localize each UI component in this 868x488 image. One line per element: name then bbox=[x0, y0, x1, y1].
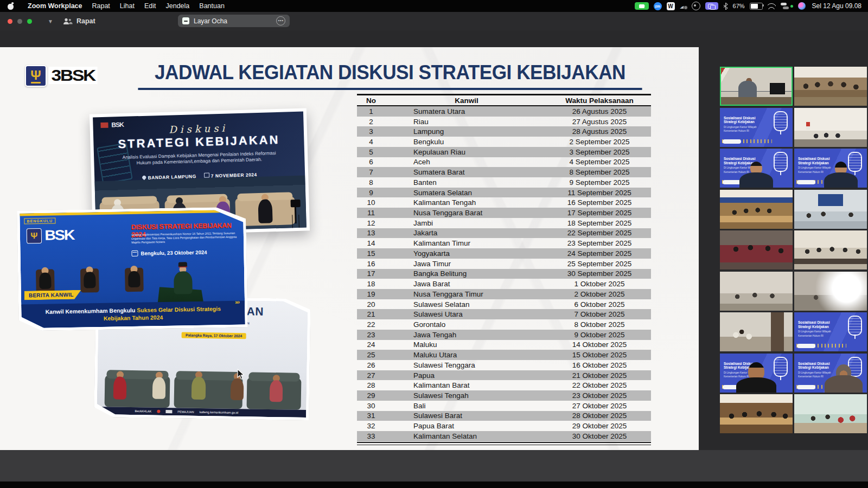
bottom-gray-band bbox=[0, 450, 868, 481]
schedule-row: 4Bengkulu2 September 2025 bbox=[357, 137, 651, 147]
ellipsis-icon[interactable]: ••• bbox=[276, 16, 285, 25]
photo1-body-text: Analisis Evaluasi Dampak Kebijakan Menge… bbox=[115, 150, 284, 167]
wifi-icon[interactable] bbox=[768, 3, 776, 9]
participant-figure bbox=[736, 362, 776, 393]
participant-video-poster-2[interactable]: Sosialisasi DiskusiStrategi KebijakanDi … bbox=[794, 312, 867, 351]
photo3-panel-scene bbox=[97, 342, 308, 410]
table-body: 1Sumatera Utara26 Agustus 20252Riau27 Ag… bbox=[357, 106, 651, 441]
battery-percent: 67% bbox=[733, 3, 745, 9]
participant-video-babel-office[interactable] bbox=[794, 190, 867, 229]
schedule-row: 1Sumatera Utara26 Agustus 2025 bbox=[357, 106, 651, 117]
participant-video-woman[interactable]: Sosialisasi DiskusiStrategi KebijakanDi … bbox=[720, 354, 793, 393]
participant-video-small-office[interactable] bbox=[720, 312, 793, 351]
schedule-row: 9Sumatera Selatan11 September 2025 bbox=[357, 188, 651, 198]
participant-video-green-room[interactable] bbox=[794, 394, 867, 433]
schedule-row: 30Bali27 Oktober 2025 bbox=[357, 401, 651, 411]
schedule-row: 28Kalimantan Barat22 Oktober 2025 bbox=[357, 380, 651, 390]
participant-video-meeting-room[interactable] bbox=[794, 67, 867, 106]
schedule-row: 20Sulawesi Selatan6 Oktober 2025 bbox=[357, 299, 651, 310]
menu-bantuan[interactable]: Bantuan bbox=[194, 2, 229, 10]
menu-rapat[interactable]: Rapat bbox=[87, 2, 114, 10]
shared-screen-slide: Ψ 3BSK JADWAL KEGIATAN DISKUSI STRATEGI … bbox=[0, 47, 699, 450]
cloud-off-icon[interactable]: ☁ bbox=[680, 3, 687, 10]
menu-lihat[interactable]: Lihat bbox=[115, 2, 139, 10]
chevron-down-icon[interactable]: ▼ bbox=[48, 18, 53, 24]
schedule-row: 24Maluku14 Oktober 2025 bbox=[357, 340, 651, 350]
participant-figure bbox=[824, 162, 858, 188]
siri-icon[interactable] bbox=[798, 2, 806, 10]
menu-edit[interactable]: Edit bbox=[139, 2, 161, 10]
schedule-row: 23Jawa Tengah9 Oktober 2025 bbox=[357, 330, 651, 340]
schedule-row: 3Lampung28 Agustus 2025 bbox=[357, 126, 651, 137]
participant-video-poster[interactable]: Sosialisasi DiskusiStrategi KebijakanDi … bbox=[720, 108, 793, 147]
schedule-row: 6Aceh4 September 2025 bbox=[357, 157, 651, 168]
participant-video-bright-room[interactable] bbox=[794, 272, 867, 311]
schedule-row: 7Sumatera Barat8 September 2025 bbox=[357, 167, 651, 177]
schedule-row: 19Nusa Tenggara Timur2 Oktober 2025 bbox=[357, 289, 651, 299]
schedule-row: 32Papua Barat29 Oktober 2025 bbox=[357, 421, 651, 431]
schedule-row: 13Jakarta22 September 2025 bbox=[357, 228, 651, 239]
mouse-cursor bbox=[237, 369, 245, 380]
table-header-row: No Kanwil Waktu Pelaksanaan bbox=[357, 94, 651, 106]
hotspot-icon[interactable] bbox=[692, 2, 700, 10]
col-header-waktu: Waktu Pelaksanaan bbox=[548, 97, 651, 105]
participant-video-gov-room[interactable] bbox=[794, 108, 867, 147]
participant-video-office-room[interactable] bbox=[720, 272, 793, 311]
panelist-suit bbox=[258, 194, 272, 223]
bluetooth-icon[interactable] bbox=[723, 3, 728, 10]
schedule-row: 31Sulawesi Barat28 Oktober 2025 bbox=[357, 411, 651, 421]
apple-menu-icon[interactable] bbox=[8, 3, 14, 10]
zoom-window-title-bar: ▼ Rapat Layar Ocha ••• bbox=[0, 12, 868, 30]
calendar-icon bbox=[204, 173, 209, 178]
participants-video-grid: Sosialisasi DiskusiStrategi KebijakanDi … bbox=[720, 67, 867, 433]
participant-video-wood-hall[interactable] bbox=[720, 190, 793, 229]
minimize-window-button[interactable] bbox=[17, 19, 22, 24]
video-camera-tripod bbox=[288, 200, 303, 224]
col-header-kanwil: Kanwil bbox=[385, 97, 548, 105]
schedule-row: 10Kalimantan Tengah16 September 2025 bbox=[357, 197, 651, 208]
close-window-button[interactable] bbox=[8, 19, 12, 24]
schedule-row: 33Kalimantan Selatan30 Oktober 2025 bbox=[357, 431, 651, 441]
menu-jendela[interactable]: Jendela bbox=[161, 2, 195, 10]
schedule-row: 25Maluku Utara15 Oktober 2025 bbox=[357, 350, 651, 360]
control-center-icon[interactable] bbox=[781, 3, 789, 9]
schedule-table: No Kanwil Waktu Pelaksanaan 1Sumatera Ut… bbox=[357, 94, 651, 445]
fullscreen-window-button[interactable] bbox=[27, 19, 32, 24]
table-bottom-border bbox=[357, 442, 651, 445]
screen-mirroring-icon[interactable] bbox=[705, 2, 718, 10]
menu-status-area: zm W ☁ 67% Sel 12 Agu 09.08 bbox=[635, 2, 868, 10]
schedule-row: 21Sulawesi Utara7 Oktober 2025 bbox=[357, 309, 651, 319]
word-app-icon[interactable]: W bbox=[667, 2, 675, 10]
shared-screen-tab-label: Layar Ocha bbox=[194, 17, 276, 25]
schedule-row: 11Nusa Tenggara Barat17 September 2025 bbox=[357, 208, 651, 218]
schedule-row: 14Kalimantan Timur23 September 2025 bbox=[357, 238, 651, 248]
kemenkumham-logo-small: Ψ bbox=[27, 228, 42, 243]
participants-icon bbox=[63, 18, 73, 25]
schedule-row: 26Sulawesi Tenggara16 Oktober 2025 bbox=[357, 360, 651, 370]
battery-icon bbox=[750, 3, 763, 10]
panelist-pink-batik bbox=[270, 375, 283, 402]
photo2-subtext: Strategi Implementasi Permenkumham Nomor… bbox=[131, 232, 240, 245]
participant-video-classroom[interactable] bbox=[794, 230, 867, 269]
bsk-logo-white: BSK bbox=[44, 227, 74, 244]
meeting-tab-label[interactable]: Rapat bbox=[76, 17, 95, 25]
participant-video-red-table-room[interactable] bbox=[720, 230, 793, 269]
menu-clock[interactable]: Sel 12 Agu 09.08 bbox=[812, 2, 861, 10]
menu-app-name[interactable]: Zoom Workplace bbox=[23, 2, 87, 10]
schedule-row: 29Sulawesi Tengah23 Oktober 2025 bbox=[357, 390, 651, 401]
schedule-row: 22Gorontalo8 Oktober 2025 bbox=[357, 319, 651, 330]
photo3-date-pill: Palangka Raya, 17 Oktober 2024 bbox=[182, 332, 246, 339]
status-green-dot bbox=[790, 5, 793, 8]
participant-video-man[interactable]: Sosialisasi DiskusiStrategi KebijakanDi … bbox=[720, 149, 793, 188]
schedule-row: 27Papua21 Oktober 2025 bbox=[357, 370, 651, 381]
participant-video-hijab-woman[interactable]: Sosialisasi DiskusiStrategi KebijakanDi … bbox=[794, 354, 867, 393]
participant-video-panel-hall[interactable] bbox=[720, 394, 793, 433]
zoom-app-icon[interactable]: zm bbox=[654, 2, 662, 10]
active-speaker-video[interactable] bbox=[720, 67, 793, 106]
participant-video-woman-headphones[interactable]: Sosialisasi DiskusiStrategi KebijakanDi … bbox=[794, 149, 867, 188]
microphone-graphic bbox=[774, 152, 788, 172]
schedule-row: 18Jawa Barat1 Oktober 2025 bbox=[357, 279, 651, 289]
shared-screen-tab[interactable]: Layar Ocha ••• bbox=[178, 15, 290, 27]
camera-active-icon[interactable] bbox=[635, 2, 649, 10]
photo2-caption: Kanwil Kemenkumham Bengkulu Sukses Gelar… bbox=[21, 300, 245, 328]
